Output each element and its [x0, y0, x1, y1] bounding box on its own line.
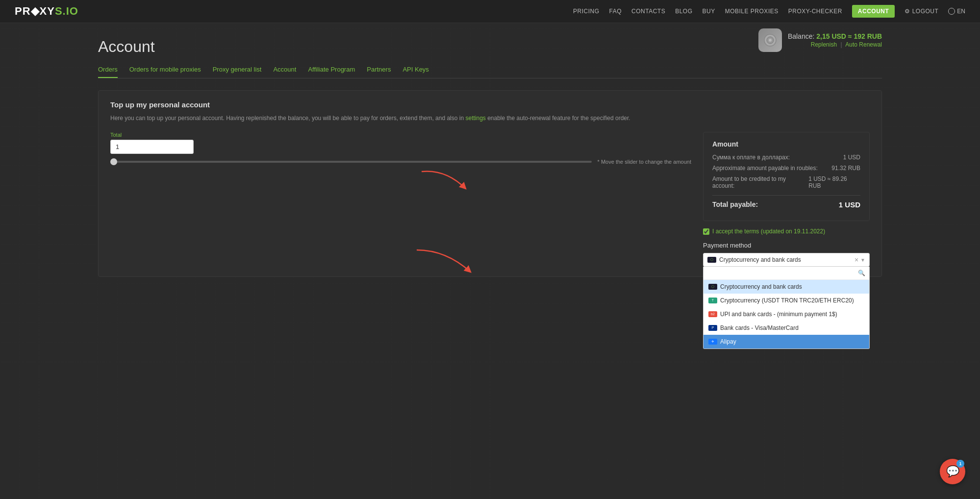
dropdown-option-paypalid[interactable]: P Bank cards - Visa/MasterCard: [704, 321, 869, 335]
logo: PR◆XYS.IO: [15, 5, 78, 18]
dropdown-clear[interactable]: ×: [854, 256, 858, 263]
slider-hint: * Move the slider to change the amount: [598, 159, 691, 165]
logo-io: IO: [66, 5, 78, 17]
chat-button[interactable]: 💬 1: [940, 459, 965, 484]
logo-text: PR◆XYS.IO: [15, 5, 78, 18]
tab-account[interactable]: Account: [273, 66, 296, 78]
tabs: Orders Orders for mobile proxies Proxy g…: [98, 66, 882, 78]
chat-badge: 1: [956, 460, 964, 468]
tab-proxy-list[interactable]: Proxy general list: [213, 66, 262, 78]
header: PR◆XYS.IO PRICING FAQ CONTACTS BLOG BUY …: [0, 0, 980, 23]
nav-pricing[interactable]: PRICING: [573, 8, 600, 15]
nav-buy[interactable]: BUY: [703, 8, 715, 15]
dropdown-search-input[interactable]: [707, 270, 858, 276]
terms-row: I accept the terms (updated on 19.11.202…: [703, 228, 870, 235]
payment-dropdown: ⬡ Cryptocurrency and bank cards × ▼ 🔍: [703, 253, 870, 267]
option-paypalid-text: Bank cards - Visa/MasterCard: [720, 324, 799, 331]
dropdown-option-cryptomus[interactable]: ⬡ Cryptocurrency and bank cards: [704, 280, 869, 294]
amount-row-1-label: Approximate amount payable in roubles:: [712, 165, 818, 172]
selected-logo: ⬡: [707, 257, 716, 263]
card-desc-part1: Here you can top up your personal accoun…: [110, 115, 464, 122]
logo-proxy: PR: [15, 5, 31, 17]
tab-partners[interactable]: Partners: [367, 66, 391, 78]
col-left: Total * Move the slider to change the am…: [110, 132, 691, 165]
nav-mobile-proxies[interactable]: MOBILE PROXIES: [725, 8, 779, 15]
chat-icon: 💬: [946, 465, 959, 478]
dropdown-menu: 🔍 ⬡ Cryptocurrency and bank cards T Cryp…: [703, 267, 870, 349]
search-icon: 🔍: [858, 270, 865, 276]
amount-row-total: Total payable: 1 USD: [712, 195, 860, 209]
option-tether-text: Cryptocurrency (USDT TRON TRC20/ETH ERC2…: [720, 297, 854, 304]
terms-link[interactable]: I accept the terms (updated on 19.11.202…: [712, 228, 825, 235]
amount-box-title: Amount: [712, 140, 860, 148]
tether-logo: T: [708, 298, 717, 303]
total-label: Total: [110, 132, 691, 138]
amount-row-2-label: Amount to be credited to my account:: [712, 175, 808, 189]
b2pay-logo: b2: [708, 311, 717, 317]
nav-faq[interactable]: FAQ: [609, 8, 622, 15]
dropdown-controls: × ▼: [854, 256, 865, 263]
dropdown-option-tether[interactable]: T Cryptocurrency (USDT TRON TRC20/ETH ER…: [704, 294, 869, 307]
total-payable-label: Total payable:: [712, 200, 758, 209]
option-cryptomus-text: Cryptocurrency and bank cards: [720, 283, 802, 290]
col-right: Amount Сумма к оплате в долларах: 1 USD …: [703, 132, 870, 267]
dropdown-search: 🔍: [704, 267, 869, 280]
dropdown-option-b2pay[interactable]: b2 UPI and bank cards - (minimum payment…: [704, 307, 869, 321]
top-up-card: Top up my personal account Here you can …: [98, 90, 882, 277]
dropdown-arrow-icon[interactable]: ▼: [860, 257, 865, 263]
tab-api-keys[interactable]: API Keys: [402, 66, 428, 78]
dropdown-selected-text: Cryptocurrency and bank cards: [719, 256, 801, 263]
nav-proxy-checker[interactable]: PROXY-CHECKER: [788, 8, 842, 15]
total-input[interactable]: [110, 140, 194, 154]
card-desc: Here you can top up your personal accoun…: [110, 114, 870, 123]
logo-s: S: [55, 5, 63, 17]
page-title: Account: [98, 38, 882, 56]
dropdown-selected[interactable]: ⬡ Cryptocurrency and bank cards × ▼: [703, 253, 870, 267]
amount-row-1-val: 91.32 RUB: [831, 165, 860, 172]
card-title: Top up my personal account: [110, 100, 870, 109]
nav-contacts[interactable]: CONTACTS: [631, 8, 665, 15]
amount-row-0-val: 1 USD: [843, 154, 860, 161]
logo-dot: .: [63, 5, 66, 17]
tab-orders[interactable]: Orders: [98, 66, 118, 78]
nav-lang[interactable]: EN: [948, 8, 965, 15]
payment-method-label: Payment method: [703, 242, 870, 249]
card-desc-part2: enable the auto-renewal feature for the …: [487, 115, 630, 122]
header-nav: PRICING FAQ CONTACTS BLOG BUY MOBILE PRO…: [573, 5, 965, 18]
nav-logout[interactable]: ⚙ LOGOUT: [905, 8, 938, 15]
terms-checkbox[interactable]: [703, 228, 709, 235]
nav-blog[interactable]: BLOG: [675, 8, 692, 15]
amount-row-1: Approximate amount payable in roubles: 9…: [712, 165, 860, 172]
amount-row-0: Сумма к оплате в долларах: 1 USD: [712, 154, 860, 161]
slider-row: * Move the slider to change the amount: [110, 159, 691, 165]
settings-link[interactable]: settings: [465, 115, 485, 122]
paypalid-logo: P: [708, 325, 717, 331]
option-alipay-text: Alipay: [720, 338, 736, 345]
lang-label: EN: [957, 8, 965, 15]
alipay-logo: ✈: [708, 339, 717, 345]
tab-affiliate[interactable]: Affiliate Program: [308, 66, 355, 78]
total-payable-val: 1 USD: [839, 200, 860, 209]
two-col-layout: Total * Move the slider to change the am…: [110, 132, 870, 267]
nav-account[interactable]: ACCOUNT: [852, 5, 895, 18]
amount-slider[interactable]: [110, 161, 592, 163]
dropdown-selected-inner: ⬡ Cryptocurrency and bank cards: [707, 256, 801, 263]
amount-row-2: Amount to be credited to my account: 1 U…: [712, 175, 860, 189]
option-b2pay-text: UPI and bank cards - (minimum payment 1$…: [720, 311, 837, 318]
amount-box: Amount Сумма к оплате в долларах: 1 USD …: [703, 132, 870, 221]
amount-row-0-label: Сумма к оплате в долларах:: [712, 154, 790, 161]
dropdown-option-alipay[interactable]: ✈ Alipay: [704, 335, 869, 349]
main-content: Account Orders Orders for mobile proxies…: [0, 23, 980, 292]
globe-icon: [948, 8, 955, 15]
tab-mobile-orders[interactable]: Orders for mobile proxies: [129, 66, 201, 78]
cryptomus-logo: ⬡: [708, 284, 717, 290]
amount-row-2-val: 1 USD ≈ 89.26 RUB: [808, 175, 860, 189]
logo-proxy2: ◆XY: [31, 5, 55, 17]
